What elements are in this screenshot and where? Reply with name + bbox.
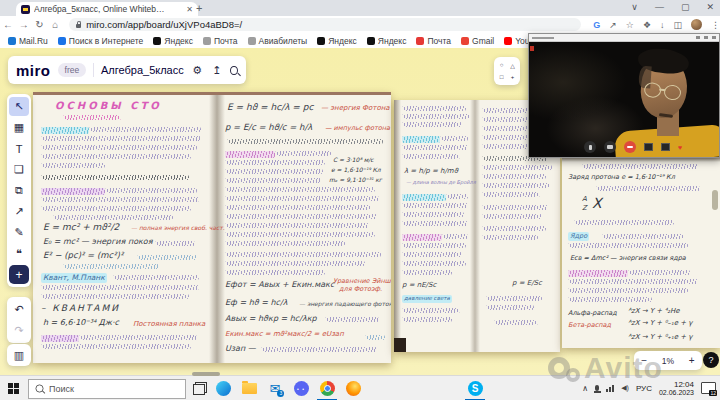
side-panel-icon[interactable]: ◫ (673, 20, 682, 30)
bookmark-item[interactable]: Mail.Ru (8, 36, 48, 46)
handwriting-scribble (402, 243, 466, 248)
handwriting-scribble (402, 145, 468, 150)
volume-icon[interactable]: ◀) (621, 384, 629, 392)
handwriting-text: p = E/c = hϑ/c = h/λ (225, 123, 312, 132)
board-settings-icon[interactable]: ⚙ (191, 64, 204, 77)
tool-pen-icon[interactable]: ✎ (9, 223, 29, 242)
bookmark-item[interactable]: Яндекс (317, 36, 357, 46)
tool-text-icon[interactable]: T (9, 139, 29, 158)
bookmark-favicon (153, 37, 161, 45)
home-icon[interactable]: ⌂ (47, 19, 63, 30)
webcam-titlebar[interactable] (529, 34, 719, 42)
minimized-shapes-panel[interactable]: ○ △ □ + (494, 57, 520, 85)
camera-button[interactable] (604, 141, 616, 153)
back-icon[interactable]: ← (0, 19, 16, 30)
call-option-button[interactable] (644, 143, 653, 151)
tool-select-icon[interactable]: ↖ (9, 97, 29, 116)
webcam-call-window[interactable]: ♥ (528, 33, 720, 158)
taskbar-search-input[interactable]: Поиск (28, 379, 186, 399)
url-input[interactable]: miro.com/app/board/uXjVPo4aBD8=/ (69, 18, 581, 31)
google-icon[interactable]: G (593, 20, 600, 30)
bookmark-item[interactable]: Поиск в Интернете (58, 36, 144, 46)
bookmark-item[interactable]: Почта (416, 36, 451, 46)
reaction-heart-icon[interactable]: ♥ (678, 144, 682, 151)
handwriting-scribble (41, 197, 199, 202)
frames-icon[interactable]: ▥ (9, 346, 29, 365)
board-name[interactable]: Алгебра_5класс (101, 64, 184, 76)
tool-connection-line-icon[interactable]: ↗ (9, 202, 29, 221)
taskbar-chrome-icon[interactable] (314, 376, 340, 400)
browser-menu-icon[interactable]: ⋮ (711, 20, 720, 30)
miro-logo[interactable]: miro (16, 62, 51, 79)
handwriting-text: — энергия падающего фотона (299, 301, 391, 307)
tray-clock[interactable]: 12:04 02.06.2023 (659, 380, 694, 397)
download-icon[interactable]: ↓ (660, 20, 665, 30)
reload-icon[interactable]: ↻ (32, 19, 48, 30)
action-center-icon[interactable]: 12 (701, 382, 716, 394)
tool-templates-icon[interactable]: ▦ (9, 118, 29, 137)
zoom-level[interactable]: 1% (662, 356, 674, 366)
bookmark-item[interactable]: Яндекс (153, 36, 193, 46)
zoom-out-icon[interactable]: − (641, 355, 647, 366)
tool-sticky-note-icon[interactable]: ❏ (9, 160, 29, 179)
browser-tab[interactable]: Алгебра_5класс, Online Whiteb… ✕ (16, 2, 198, 16)
photo-corner (394, 338, 406, 352)
end-call-button[interactable] (624, 141, 636, 153)
taskbar-firefox-icon[interactable] (340, 376, 366, 400)
bookmark-item[interactable]: Яндекс (367, 36, 407, 46)
handwriting-scribble (402, 136, 440, 143)
call-option-button[interactable] (661, 143, 670, 151)
task-view-button[interactable] (186, 376, 210, 400)
handwriting-text: E = mc² + mϑ²/2 (43, 223, 119, 232)
handwriting-scribble (482, 226, 546, 231)
webcam-window-buttons[interactable] (696, 36, 716, 39)
taskbar-mail-icon[interactable]: ✉3 (262, 376, 288, 400)
taskbar-discord-icon[interactable]: • • (288, 376, 314, 400)
profile-avatar[interactable] (691, 19, 702, 30)
bookmark-item[interactable]: Авиабилеты (248, 36, 308, 46)
bookmark-item[interactable]: Почта (203, 36, 238, 46)
handwriting-scribble (402, 154, 460, 159)
network-icon[interactable] (606, 385, 614, 392)
tool-shapes-icon[interactable]: ⧉ (9, 181, 29, 200)
share-icon[interactable]: ↗ (609, 20, 617, 30)
export-icon[interactable]: ↥ (211, 64, 224, 77)
tab-close-icon[interactable]: ✕ (186, 5, 193, 14)
bookmark-item[interactable]: Gmail (461, 36, 494, 46)
window-close-icon[interactable]: ✕ (706, 2, 714, 12)
language-indicator[interactable]: РУС (636, 384, 652, 393)
bookmark-favicon (504, 37, 512, 45)
zoom-in-icon[interactable]: + (689, 355, 695, 366)
tray-time: 12:04 (659, 380, 694, 389)
handwriting-scribble (596, 186, 700, 191)
notebook-photo-page-3[interactable]: Заряд протона e = 1,6·10⁻¹⁹ КлAZXЯдроEсв… (562, 158, 720, 348)
redo-icon[interactable]: ↷ (9, 321, 29, 340)
forward-icon[interactable]: → (16, 19, 32, 30)
microphone-icon[interactable] (595, 385, 599, 391)
tray-date: 02.06.2023 (659, 389, 694, 397)
notebook-photo-spread-1[interactable]: ОСНОВЫ СТОE = mc² + mϑ²/2— полная энерги… (33, 92, 391, 363)
new-tab-button[interactable]: + (196, 3, 202, 14)
bookmark-favicon (367, 37, 375, 45)
frames-panel[interactable]: ▥ (7, 344, 31, 366)
taskbar-edge-icon[interactable] (210, 376, 236, 400)
taskbar-explorer-icon[interactable] (236, 376, 262, 400)
tray-expand-icon[interactable]: ∧ (582, 384, 588, 393)
window-menu-icon[interactable]: ∨ (631, 2, 638, 12)
scroll-pill[interactable] (712, 190, 718, 210)
handwriting-text: ᴬᴢX → Y + ⁴₂He (628, 308, 680, 315)
window-minimize-icon[interactable]: — (655, 2, 664, 12)
taskbar-skype-icon[interactable]: S (462, 376, 488, 400)
miro-top-toolbar: miro free Алгебра_5класс ⚙ ↥ (8, 56, 246, 84)
undo-icon[interactable]: ↶ (9, 300, 29, 319)
window-maximize-icon[interactable]: ▢ (681, 2, 690, 12)
help-button[interactable]: ? (703, 352, 719, 368)
handwriting-scribble (225, 160, 325, 165)
search-icon[interactable] (230, 66, 238, 75)
bookmark-star-icon[interactable]: ☆ (626, 20, 634, 30)
tool-comment-icon[interactable]: ❝ (9, 244, 29, 263)
mute-mic-button[interactable] (584, 141, 596, 153)
extensions-icon[interactable]: ❖ (643, 20, 651, 30)
tool-add-more-icon[interactable]: + (9, 265, 29, 284)
start-button[interactable] (0, 376, 26, 400)
